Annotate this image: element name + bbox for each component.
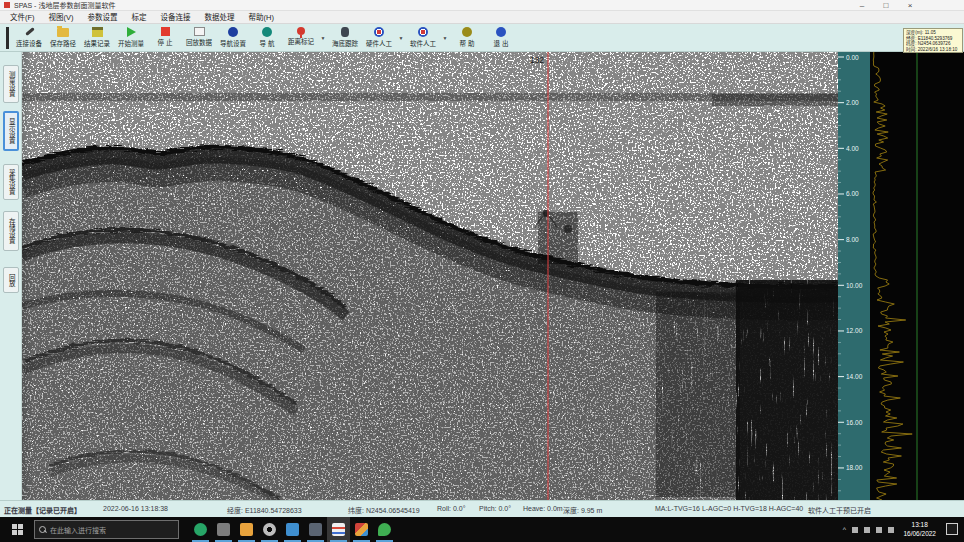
sidetab-acquisition-settings[interactable]: 采集设置 [3, 164, 19, 200]
notification-center-icon[interactable] [946, 523, 958, 535]
app-blue-icon [286, 523, 299, 536]
svg-text:4.00: 4.00 [846, 145, 859, 152]
software-manual-icon [418, 27, 428, 37]
save-path-button[interactable]: 保存路径 [46, 24, 80, 51]
svg-text:14.00: 14.00 [846, 373, 863, 380]
software-manual-button[interactable]: 软件人工 [406, 24, 440, 51]
status-longitude: 经度: E11840.54728633 [227, 505, 302, 515]
minimize-button[interactable]: – [856, 0, 868, 11]
status-roll: Roll: 0.0° [437, 505, 465, 512]
start-measure-button[interactable]: 开始测量 [114, 24, 148, 51]
window-title: SPAS - 浅地层参数剖面测量软件 [14, 0, 115, 10]
app-icon [4, 2, 10, 8]
taskbar-file-explorer[interactable] [235, 517, 258, 542]
hardware-manual-icon [374, 27, 384, 37]
clock-time: 13:18 [903, 520, 936, 529]
desktop: SPAS - 浅地层参数剖面测量软件 – □ × 文件(F) 视图(V) 参数设… [0, 0, 964, 542]
start-measure-icon [127, 27, 136, 37]
menu-parameters[interactable]: 参数设置 [81, 11, 125, 24]
depth-scale: 0.002.004.006.008.0010.0012.0014.0016.00… [838, 52, 870, 500]
software-manual-dropdown[interactable]: ▼ [440, 24, 450, 51]
stop-button[interactable]: 停 止 [148, 24, 182, 51]
maximize-button[interactable]: □ [880, 0, 892, 11]
svg-text:0.00: 0.00 [846, 54, 859, 61]
taskbar-clock[interactable]: 13:18 16/06/2022 [903, 520, 936, 538]
taskbar-app-icons [189, 517, 396, 542]
search-placeholder: 在此输入进行搜索 [50, 525, 106, 535]
svg-text:8.00: 8.00 [846, 236, 859, 243]
svg-text:2.00: 2.00 [846, 99, 859, 106]
position-info-box: 深度(m): 11.05 经度: E11840.5293769 纬度: N245… [903, 28, 963, 53]
menu-calibration[interactable]: 标定 [125, 11, 154, 24]
start-button[interactable] [0, 517, 34, 542]
distance-mark-label: 132 [530, 55, 544, 65]
svg-text:18.00: 18.00 [846, 464, 863, 471]
nav-settings-icon [228, 27, 238, 37]
navigate-button[interactable]: 导 航 [250, 24, 284, 51]
tray-volume-icon[interactable] [864, 527, 870, 533]
close-button[interactable]: × [904, 0, 916, 11]
status-bar: 正在测量【记录已开启】 2022-06-16 13:18:38 经度: E118… [0, 500, 964, 517]
distance-mark-button[interactable]: 距离标记 [284, 24, 318, 51]
app-gray-icon [217, 523, 230, 536]
app-slate-icon [309, 523, 322, 536]
connect-device-button[interactable]: 连接设备 [12, 24, 46, 51]
menu-data-processing[interactable]: 数据处理 [198, 11, 242, 24]
tray-keyboard-icon[interactable] [888, 527, 894, 533]
help-button[interactable]: 帮 助 [450, 24, 484, 51]
right-noise-streaks [736, 280, 838, 500]
taskbar-app-green[interactable] [189, 517, 212, 542]
playback-icon [194, 27, 205, 36]
title-bar: SPAS - 浅地层参数剖面测量软件 – □ × [0, 0, 964, 11]
playback-data-button[interactable]: 回放数据 [182, 24, 216, 51]
help-icon [462, 27, 472, 37]
tray-chevron-icon[interactable]: ^ [843, 526, 846, 533]
settings-gear-icon [263, 523, 276, 536]
result-record-button[interactable]: 结果记录 [80, 24, 114, 51]
taskbar-sonar-app-active[interactable] [327, 517, 350, 542]
distance-mark-dropdown[interactable]: ▼ [318, 24, 328, 51]
svg-text:16.00: 16.00 [846, 419, 863, 426]
menu-device-connect[interactable]: 设备连接 [154, 11, 198, 24]
navigate-icon [262, 27, 272, 37]
sidetab-playback[interactable]: 回放 [3, 267, 19, 293]
taskbar-search-input[interactable]: 在此输入进行搜索 [34, 520, 179, 539]
sidetab-measure-settings[interactable]: 测量设置 [3, 65, 19, 103]
menu-file[interactable]: 文件(F) [3, 11, 42, 24]
menu-help[interactable]: 帮助(H) [242, 11, 281, 24]
sidetab-display-settings[interactable]: 显示设置 [3, 111, 19, 151]
taskbar-app-blue[interactable] [281, 517, 304, 542]
hardware-manual-dropdown[interactable]: ▼ [396, 24, 406, 51]
hardware-manual-button[interactable]: 硬件人工 [362, 24, 396, 51]
status-state: 正在测量【记录已开启】 [4, 505, 81, 515]
sidetab-storage-settings[interactable]: 存储设置 [3, 211, 19, 251]
status-mode: 软件人工干预已开启 [808, 505, 871, 515]
svg-text:10.00: 10.00 [846, 282, 863, 289]
explorer-folder-icon [240, 523, 253, 536]
echogram-view[interactable]: 132 [22, 52, 838, 500]
taskbar-paint-app[interactable] [350, 517, 373, 542]
clock-date: 16/06/2022 [903, 529, 936, 538]
status-depth: 深度: 9.95 m [563, 505, 602, 515]
taskbar-app-slate[interactable] [304, 517, 327, 542]
nav-settings-button[interactable]: 导航设置 [216, 24, 250, 51]
sonar-app-icon [332, 523, 345, 536]
seabed-track-button[interactable]: 海底跟踪 [328, 24, 362, 51]
toolbar-drag-handle[interactable] [6, 27, 9, 49]
right-noise-streaks-light [656, 292, 740, 497]
toolbar: 连接设备 保存路径 结果记录 开始测量 停 止 回放数据 导航设置 导 航 [0, 24, 964, 52]
object-echoes [535, 210, 578, 264]
distance-mark-icon [297, 27, 305, 35]
taskbar-app-gray[interactable] [212, 517, 235, 542]
echogram-svg: 132 [22, 52, 838, 500]
stop-icon [161, 27, 170, 36]
result-record-icon [92, 27, 103, 37]
taskbar-chat-app[interactable] [373, 517, 396, 542]
exit-button[interactable]: 退 出 [484, 24, 518, 51]
menu-view[interactable]: 视图(V) [42, 11, 81, 24]
tray-network-icon[interactable] [852, 527, 858, 533]
taskbar-settings[interactable] [258, 517, 281, 542]
save-path-icon [57, 28, 69, 37]
search-icon [39, 526, 46, 533]
tray-language-icon[interactable] [876, 527, 882, 533]
